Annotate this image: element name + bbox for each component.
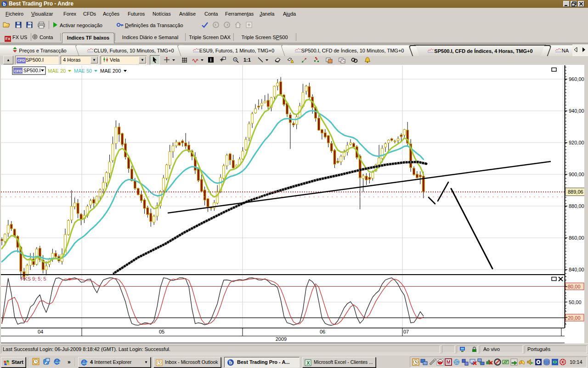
svg-text:920,00: 920,00 (569, 140, 584, 145)
svg-text:860,00: 860,00 (569, 235, 584, 241)
svg-text:2009: 2009 (276, 336, 287, 342)
svg-text:900,00: 900,00 (569, 172, 584, 177)
svg-text:960,00: 960,00 (569, 76, 584, 82)
svg-text:MAE 50: MAE 50 (74, 68, 92, 74)
svg-text:SP500.I: SP500.I (23, 68, 40, 73)
svg-text:20,00: 20,00 (568, 315, 581, 321)
svg-text:b: b (3, 2, 6, 7)
svg-text:X: X (306, 360, 310, 366)
svg-text:04: 04 (38, 329, 43, 334)
svg-text:PKS 9; 5; 5: PKS 9; 5; 5 (21, 276, 46, 282)
svg-text:50,00: 50,00 (569, 299, 582, 305)
svg-text:CFD: CFD (14, 69, 22, 73)
svg-text:940,00: 940,00 (569, 108, 584, 114)
svg-text:889,06: 889,06 (568, 189, 583, 195)
svg-text:06: 06 (320, 329, 325, 334)
svg-text:M: M (446, 359, 450, 365)
svg-text:840,00: 840,00 (569, 267, 584, 272)
svg-text:07: 07 (403, 329, 409, 334)
svg-text:i: i (210, 58, 212, 63)
svg-text:80,00: 80,00 (568, 284, 581, 289)
svg-text:MAE 200: MAE 200 (100, 68, 121, 74)
svg-text:05: 05 (159, 329, 164, 334)
svg-text:?: ? (29, 22, 32, 26)
svg-text:b: b (229, 360, 232, 365)
svg-text:880,00: 880,00 (569, 203, 584, 209)
svg-text:MAE 20: MAE 20 (48, 68, 66, 74)
